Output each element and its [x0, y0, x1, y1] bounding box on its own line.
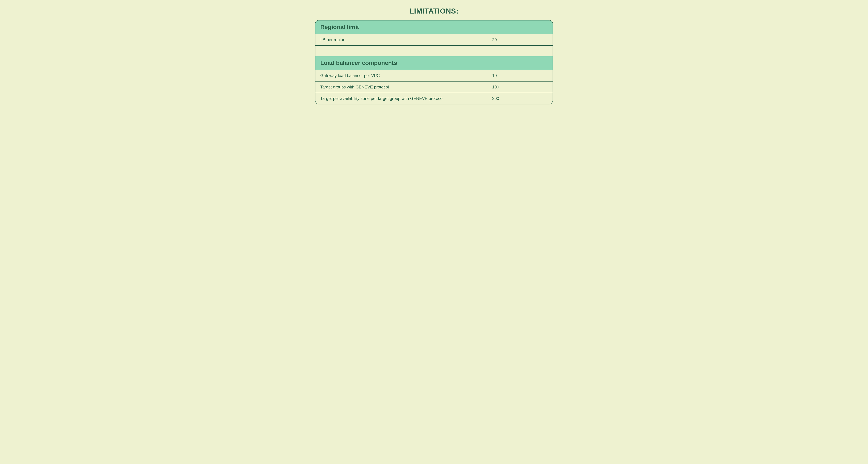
row-value: 300 — [485, 93, 553, 104]
row-label: LB per region — [315, 34, 485, 45]
limitations-table: Regional limit LB per region 20 Load bal… — [315, 20, 553, 104]
row-value: 100 — [485, 81, 553, 93]
table-row: Target per availability zone per target … — [315, 93, 553, 104]
row-value: 20 — [485, 34, 553, 45]
row-label: Target groups with GENEVE protocol — [315, 81, 485, 93]
table-row: Gateway load balancer per VPC 10 — [315, 70, 553, 81]
section-gap — [315, 45, 553, 56]
table-row: LB per region 20 — [315, 34, 553, 45]
table-row: Target groups with GENEVE protocol 100 — [315, 81, 553, 93]
row-label: Gateway load balancer per VPC — [315, 70, 485, 81]
page-title: LIMITATIONS: — [315, 7, 553, 15]
row-value: 10 — [485, 70, 553, 81]
row-label: Target per availability zone per target … — [315, 93, 485, 104]
section-header-regional-limit: Regional limit — [315, 21, 553, 34]
section-header-load-balancer-components: Load balancer components — [315, 56, 553, 70]
